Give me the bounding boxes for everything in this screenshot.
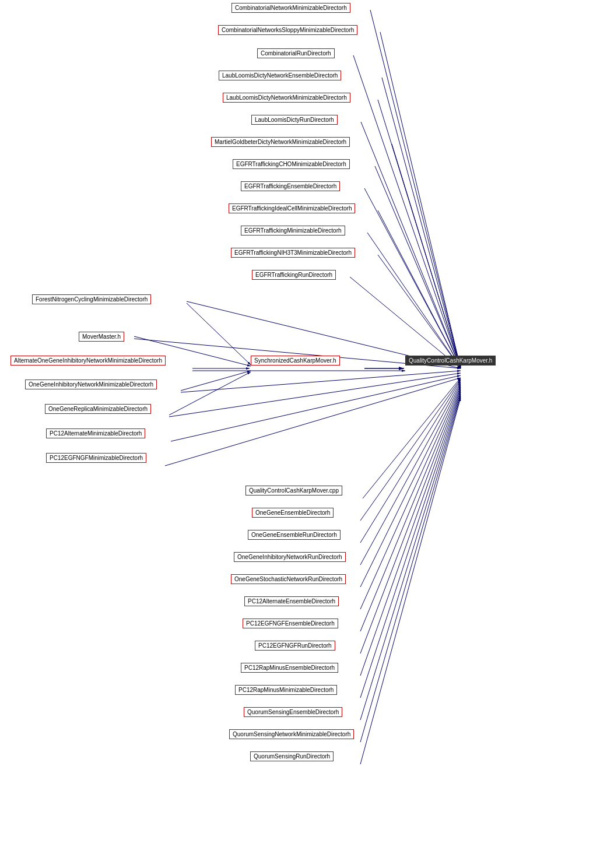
- svg-line-24: [165, 378, 461, 466]
- svg-line-34: [360, 392, 461, 698]
- node-PC12EGFNGFRunDirectorh[interactable]: PC12EGFNGFRunDirectorh: [255, 641, 335, 651]
- svg-line-38: [187, 303, 251, 365]
- node-LaubLoomisDictyNetworkEnsembleDirectorh[interactable]: LaubLoomisDictyNetworkEnsembleDirectorh: [219, 71, 341, 80]
- node-PC12EGFNGFEnsembleDirectorh[interactable]: PC12EGFNGFEnsembleDirectorh: [243, 619, 338, 628]
- svg-line-13: [350, 277, 461, 368]
- svg-line-37: [360, 398, 461, 764]
- svg-line-11: [367, 233, 461, 368]
- svg-line-25: [363, 378, 461, 498]
- svg-line-35: [360, 394, 461, 720]
- node-OneGeneEnsembleDirectorh[interactable]: OneGeneEnsembleDirectorh: [252, 508, 334, 518]
- node-EGFRTraffickingCHOMinimizableDirectorh[interactable]: EGFRTraffickingCHOMinimizableDirectorh: [233, 159, 350, 169]
- svg-line-30: [360, 385, 461, 609]
- svg-line-3: [353, 55, 461, 368]
- node-EGFRTraffickingNIH3T3MinimizableDirectorh[interactable]: EGFRTraffickingNIH3T3MinimizableDirector…: [231, 248, 355, 258]
- svg-line-32: [360, 389, 461, 653]
- node-CombinatorialNetworksSloppyMinimizableDirectorh[interactable]: CombinatorialNetworksSloppyMinimizableDi…: [218, 25, 357, 35]
- node-OneGeneStochasticNetworkRunDirectorh[interactable]: OneGeneStochasticNetworkRunDirectorh: [231, 574, 346, 584]
- node-PC12AlternateMinimizableDirectorh[interactable]: PC12AlternateMinimizableDirectorh: [46, 428, 145, 438]
- svg-line-8: [375, 166, 461, 368]
- node-CombinatorialNetworkMinimizableDirectorh[interactable]: CombinatorialNetworkMinimizableDirectorh: [231, 3, 350, 13]
- svg-line-21: [169, 373, 461, 417]
- node-QualityControlCashKarpMovercpp[interactable]: QualityControlCashKarpMover.cpp: [245, 486, 342, 496]
- svg-line-9: [364, 188, 461, 368]
- svg-line-20: [181, 371, 251, 391]
- svg-line-31: [360, 387, 461, 631]
- svg-line-12: [378, 255, 461, 368]
- svg-line-2: [380, 32, 461, 368]
- node-PC12RapMinusMinimizableDirectorh[interactable]: PC12RapMinusMinimizableDirectorh: [235, 685, 337, 695]
- node-OneGeneReplicaMinimizableDirectorh[interactable]: OneGeneReplicaMinimizableDirectorh: [45, 404, 151, 414]
- svg-line-19: [181, 371, 461, 392]
- node-OneGeneInhibitoryNetworkMinimizableDirectorh[interactable]: OneGeneInhibitoryNetworkMinimizableDirec…: [25, 379, 157, 389]
- svg-line-26: [360, 379, 461, 521]
- node-AlternateOneGeneInhibitoryNetworkMinimizableDirectorh[interactable]: AlternateOneGeneInhibitoryNetworkMinimiz…: [10, 356, 166, 366]
- svg-line-28: [360, 382, 461, 565]
- svg-line-4: [382, 78, 461, 368]
- node-OneGeneInhibitoryNetworkRunDirectorh[interactable]: OneGeneInhibitoryNetworkRunDirectorh: [234, 552, 346, 562]
- node-LaubLoomisDictyRunDirectorh[interactable]: LaubLoomisDictyRunDirectorh: [251, 115, 338, 125]
- node-LaubLoomisDictyNetworkMinimizableDirectorh[interactable]: LaubLoomisDictyNetworkMinimizableDirecto…: [223, 93, 350, 103]
- svg-line-7: [392, 144, 461, 368]
- node-QuorumSensingEnsembleDirectorh[interactable]: QuorumSensingEnsembleDirectorh: [244, 707, 342, 717]
- svg-line-6: [361, 122, 461, 368]
- graph-container: CombinatorialNetworkMinimizableDirectorh…: [0, 0, 593, 868]
- svg-line-27: [360, 380, 461, 543]
- svg-line-33: [360, 391, 461, 676]
- node-MoverMasterh[interactable]: MoverMaster.h: [79, 332, 124, 342]
- svg-line-36: [360, 396, 461, 742]
- node-QualityControlCashKarpMoverh[interactable]: QualityControlCashKarpMover.h: [405, 356, 496, 366]
- node-PC12EGFNGFMinimizableDirectorh[interactable]: PC12EGFNGFMinimizableDirectorh: [46, 453, 146, 463]
- svg-line-5: [378, 100, 461, 368]
- node-OneGeneEnsembleRunDirectorh[interactable]: OneGeneEnsembleRunDirectorh: [248, 530, 341, 540]
- node-CombinatorialRunDirectorh[interactable]: CombinatorialRunDirectorh: [257, 48, 335, 58]
- svg-line-29: [360, 384, 461, 587]
- node-PC12AlternateEnsembleDirectorh[interactable]: PC12AlternateEnsembleDirectorh: [244, 596, 339, 606]
- svg-line-22: [169, 372, 251, 415]
- svg-line-23: [171, 375, 461, 441]
- node-QuorumSensingNetworkMinimizableDirectorh[interactable]: QuorumSensingNetworkMinimizableDirectorh: [229, 729, 354, 739]
- node-MartielGoldbeterDictyNetworkMinimizableDirectorh[interactable]: MartielGoldbeterDictyNetworkMinimizableD…: [211, 137, 350, 147]
- node-ForestNitrogenCyclingMinimizableDirectorh[interactable]: ForestNitrogenCyclingMinimizableDirector…: [32, 294, 151, 304]
- svg-line-10: [378, 210, 461, 368]
- node-PC12RapMinusEnsembleDirectorh[interactable]: PC12RapMinusEnsembleDirectorh: [241, 663, 338, 673]
- node-EGFRTraffickingMinimizableDirectorh[interactable]: EGFRTraffickingMinimizableDirectorh: [241, 226, 345, 236]
- node-SynchronizedCashKarpMoverh[interactable]: SynchronizedCashKarpMover.h: [251, 356, 340, 366]
- node-QuorumSensingRunDirectorh[interactable]: QuorumSensingRunDirectorh: [250, 751, 334, 761]
- node-EGFRTraffickingEnsembleDirectorh[interactable]: EGFRTraffickingEnsembleDirectorh: [241, 181, 340, 191]
- node-EGFRTraffickingIdealCellMinimizableDirectorh[interactable]: EGFRTraffickingIdealCellMinimizableDirec…: [229, 203, 355, 213]
- node-EGFRTraffickingRunDirectorh[interactable]: EGFRTraffickingRunDirectorh: [252, 270, 336, 280]
- svg-line-1: [370, 10, 461, 368]
